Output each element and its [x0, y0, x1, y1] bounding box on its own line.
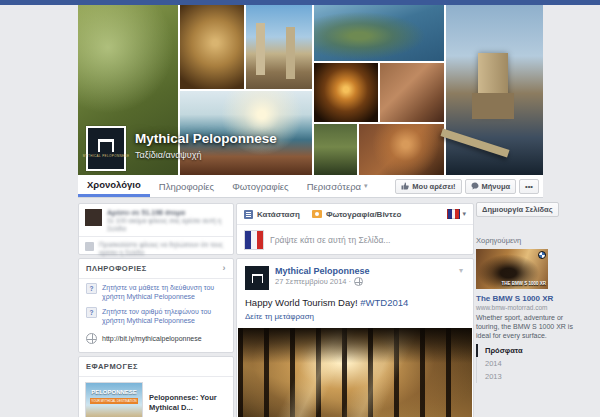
page-title: Mythical Peloponnese	[135, 131, 277, 146]
composer-status-label: Κατάσταση	[257, 210, 300, 219]
ask-address-link[interactable]: ? Ζητήστε να μάθετε τη διεύθυνση του χρή…	[79, 279, 233, 303]
profile-picture[interactable]: MYTHICAL PELOPONNESE	[86, 126, 126, 171]
ask-address-text: Ζητήστε να μάθετε τη διεύθυνση του χρήστ…	[102, 283, 226, 301]
create-page-label: Δημιουργία Σελίδας	[482, 205, 553, 214]
composer-tabs: Κατάσταση Φωτογραφία/Βίντεο ▾	[237, 204, 473, 225]
post-menu-button[interactable]: ▾	[457, 266, 465, 290]
app-thumbnail[interactable]: PELOPONNESE YOUR MYTHICAL DESTINATION	[85, 382, 143, 417]
cover-photo-aerial-bay	[314, 5, 444, 61]
ask-phone-text: Ζητήστε τον αριθμό τηλεφώνου του χρήστη …	[102, 307, 226, 325]
ad-image-motorcycle[interactable]: THE BMW S 1000 XR	[476, 249, 548, 289]
page-logo-icon	[98, 139, 114, 152]
post-as-selector[interactable]: ▾	[447, 209, 466, 219]
composer-input[interactable]: Γράψτε κάτι σε αυτή τη Σελίδα...	[237, 225, 473, 255]
likes-summary-row: Αρέσει σε 51.198 άτομα Σε 100 ακόμα φίλο…	[79, 204, 233, 236]
post-photo-forest-sunbeams[interactable]	[238, 328, 472, 417]
cover-photo-spa-massage	[380, 63, 444, 122]
about-box: ΠΛΗΡΟΦΟΡΙΕΣ › ? Ζητήστε να μάθετε τη διε…	[78, 258, 234, 353]
like-button-label: Μου αρέσει!	[412, 182, 455, 191]
facebook-page-screen: MYTHICAL PELOPONNESE Mythical Peloponnes…	[0, 0, 600, 417]
castle-pier-shape	[440, 128, 509, 157]
message-button[interactable]: Μήνυμα	[465, 179, 517, 194]
ad-image-caption: THE BMW S 1000 XR	[501, 281, 546, 286]
app-thumb-title: PELOPONNESE	[86, 389, 142, 395]
ad-title-link[interactable]: The BMW S 1000 XR	[476, 294, 590, 303]
composer-photo-label: Φωτογραφία/Βίντεο	[326, 210, 401, 219]
tab-about-label: Πληροφορίες	[159, 181, 214, 192]
likes-summary-box: Αρέσει σε 51.198 άτομα Σε 100 ακόμα φίλο…	[78, 203, 234, 255]
post-timestamp[interactable]: 27 Σεπτεμβρίου 2014 ·	[275, 277, 370, 286]
apps-box: ΕΦΑΡΜΟΓΕΣ PELOPONNESE YOUR MYTHICAL DEST…	[78, 356, 234, 417]
tab-more-label: Περισσότερα	[307, 181, 361, 192]
friends-like-text: Σε 100 ακόμα φίλους σας αρέσει αυτή η Σε…	[107, 217, 227, 233]
more-options-button[interactable]: •••	[519, 179, 539, 194]
tab-timeline-label: Χρονολόγιο	[87, 179, 141, 190]
composer-photo-tab[interactable]: Φωτογραφία/Βίντεο	[312, 210, 401, 219]
tab-photos[interactable]: Φωτογραφίες	[223, 175, 298, 197]
message-bubble-icon	[471, 182, 479, 190]
timeline-year-nav: Πρόσφατα 2014 2013	[476, 344, 576, 383]
globe-icon	[86, 333, 97, 344]
ad-url: www.bmw-motorrad.com	[476, 304, 590, 311]
sponsored-label: Χορηγούμενη	[476, 236, 521, 245]
post-date-text: 27 Σεπτεμβρίου 2014 ·	[275, 277, 351, 286]
post-header: Mythical Peloponnese 27 Σεπτεμβρίου 2014…	[237, 259, 473, 290]
timeline-nav-recent[interactable]: Πρόσφατα	[476, 344, 576, 357]
french-flag-icon	[447, 209, 460, 219]
timeline-nav-2013[interactable]: 2013	[476, 370, 576, 383]
post-message: Happy World Tourism Day!	[245, 297, 360, 308]
composer-status-tab[interactable]: Κατάσταση	[244, 210, 300, 219]
bmw-logo-icon	[538, 251, 546, 259]
tab-more[interactable]: Περισσότερα ▾	[298, 175, 377, 197]
see-translation-link[interactable]: Δείτε τη μετάφραση	[237, 308, 473, 327]
timeline-post: Mythical Peloponnese 27 Σεπτεμβρίου 2014…	[236, 258, 474, 417]
castle-tower-shape	[478, 53, 508, 115]
public-globe-icon	[354, 277, 363, 286]
app-name-label: Peloponnese: Your Mythical D...	[149, 393, 227, 413]
post-author-name[interactable]: Mythical Peloponnese	[275, 266, 370, 277]
cover-photo-forest-trail	[314, 124, 357, 175]
page-logo-caption: MYTHICAL PELOPONNESE	[83, 154, 130, 158]
invite-person-icon	[85, 242, 94, 251]
likes-summary-text: Αρέσει σε 51.198 άτομα Σε 100 ακόμα φίλο…	[107, 209, 227, 233]
viewer-avatar	[244, 230, 264, 250]
website-url-text: http://bit.ly/mythicalpeloponnese	[102, 334, 202, 343]
question-icon: ?	[86, 307, 97, 318]
app-item[interactable]: PELOPONNESE YOUR MYTHICAL DESTINATION Pe…	[79, 377, 233, 417]
cover-photo-sunset-dinner	[314, 63, 378, 122]
cover-photo-cooking-child	[359, 124, 444, 175]
question-icon: ?	[86, 283, 97, 294]
cover-photo-ancient-artifacts	[180, 5, 244, 89]
ask-phone-link[interactable]: ? Ζητήστε τον αριθμό τηλεφώνου του χρήστ…	[79, 303, 233, 327]
page-nav-bar: Χρονολόγιο Πληροφορίες Φωτογραφίες Περισ…	[78, 175, 543, 198]
status-pencil-icon	[244, 210, 253, 219]
message-button-label: Μήνυμα	[482, 182, 511, 191]
chevron-right-icon[interactable]: ›	[223, 264, 227, 273]
app-thumb-subtitle: YOUR MYTHICAL DESTINATION	[90, 398, 138, 404]
chevron-down-icon: ▾	[462, 210, 466, 218]
create-page-button[interactable]: Δημιουργία Σελίδας	[476, 202, 559, 217]
post-text: Happy World Tourism Day! #WTD2014	[237, 290, 473, 308]
friend-avatar	[85, 209, 102, 226]
page-category: Ταξίδια/αναψυχή	[135, 150, 201, 160]
timeline-nav-2014[interactable]: 2014	[476, 357, 576, 370]
tab-timeline[interactable]: Χρονολόγιο	[78, 175, 150, 197]
page-logo-icon	[252, 274, 263, 283]
cover-photo-sea-castle	[446, 5, 543, 175]
more-options-label: •••	[525, 182, 533, 191]
ad-body-text: Whether sport, adventure or touring, the…	[476, 313, 588, 340]
post-hashtag-link[interactable]: #WTD2014	[360, 297, 408, 308]
about-box-title: ΠΛΗΡΟΦΟΡΙΕΣ	[86, 264, 147, 273]
tab-photos-label: Φωτογραφίες	[232, 181, 289, 192]
tab-about[interactable]: Πληροφορίες	[150, 175, 223, 197]
cover-photo[interactable]: MYTHICAL PELOPONNESE Mythical Peloponnes…	[78, 5, 543, 175]
website-link[interactable]: http://bit.ly/mythicalpeloponnese	[79, 327, 233, 346]
post-author-avatar[interactable]	[245, 266, 269, 290]
cover-photo-ancient-columns	[246, 5, 312, 89]
composer-placeholder: Γράψτε κάτι σε αυτή τη Σελίδα...	[270, 235, 390, 245]
apps-box-title: ΕΦΑΡΜΟΓΕΣ	[86, 362, 138, 371]
post-composer: Κατάσταση Φωτογραφία/Βίντεο ▾ Γράψτε κάτ…	[236, 203, 474, 255]
thumb-up-icon	[401, 182, 409, 190]
chevron-down-icon: ▾	[364, 182, 368, 190]
like-button[interactable]: Μου αρέσει!	[395, 179, 461, 194]
